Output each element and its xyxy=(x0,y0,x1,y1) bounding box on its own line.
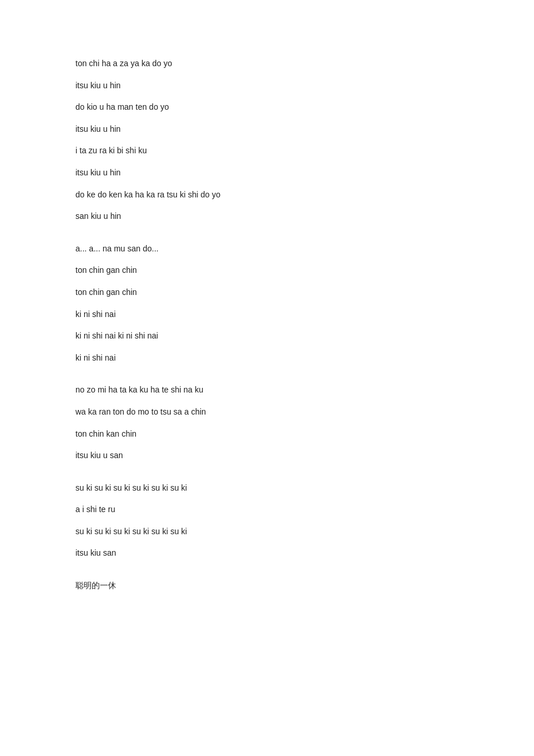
lyrics-line: itsu kiu u san xyxy=(75,450,459,462)
lyrics-line: ton chin gan chin xyxy=(75,265,459,276)
lyrics-line: ki ni shi nai ki ni shi nai xyxy=(75,330,459,342)
lyrics-line: 聪明的一休 xyxy=(75,580,459,592)
spacer xyxy=(75,233,459,243)
spacer xyxy=(75,374,459,384)
lyrics-line: a i shi te ru xyxy=(75,504,459,516)
content-container: ton chi ha a za ya ka do yoitsu kiu u hi… xyxy=(75,58,459,592)
lyrics-line: no zo mi ha ta ka ku ha te shi na ku xyxy=(75,384,459,396)
lyrics-line: wa ka ran ton do mo to tsu sa a chin xyxy=(75,406,459,418)
lyrics-line: ki ni shi nai xyxy=(75,309,459,321)
lyrics-line: su ki su ki su ki su ki su ki su ki xyxy=(75,483,459,494)
lyrics-line: ton chi ha a za ya ka do yo xyxy=(75,58,459,70)
lyrics-line: itsu kiu u hin xyxy=(75,167,459,179)
lyrics-line: su ki su ki su ki su ki su ki su ki xyxy=(75,526,459,538)
lyrics-line: do ke do ken ka ha ka ra tsu ki shi do y… xyxy=(75,189,459,201)
lyrics-line: itsu kiu u hin xyxy=(75,124,459,135)
lyrics-line: ki ni shi nai xyxy=(75,352,459,364)
lyrics-line: a... a... na mu san do... xyxy=(75,243,459,255)
lyrics-line: itsu kiu san xyxy=(75,548,459,559)
spacer xyxy=(75,570,459,580)
spacer xyxy=(75,472,459,483)
lyrics-line: san kiu u hin xyxy=(75,211,459,222)
lyrics-line: do kio u ha man ten do yo xyxy=(75,102,459,113)
lyrics-line: ton chin kan chin xyxy=(75,429,459,440)
lyrics-line: itsu kiu u hin xyxy=(75,80,459,92)
lyrics-line: ton chin gan chin xyxy=(75,287,459,298)
lyrics-line: i ta zu ra ki bi shi ku xyxy=(75,145,459,157)
